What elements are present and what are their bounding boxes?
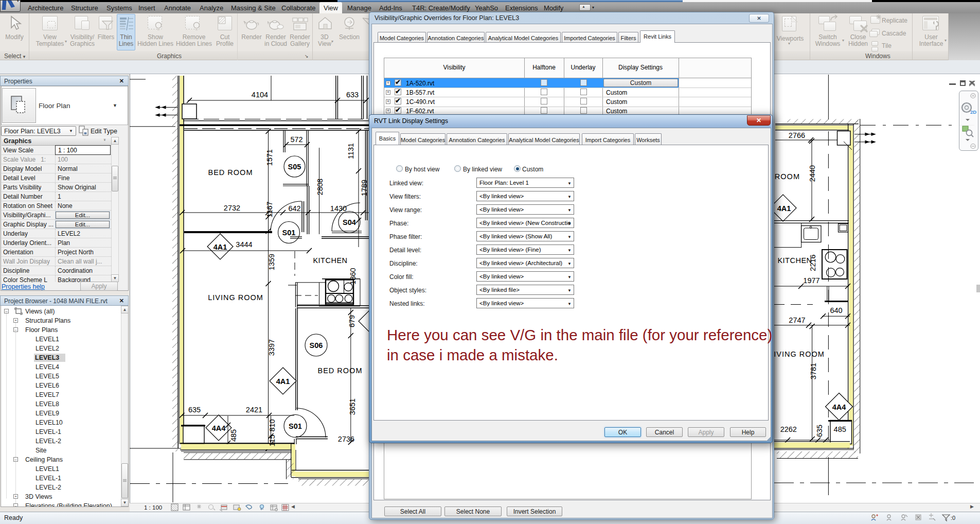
- svg-text:2808: 2808: [316, 179, 324, 195]
- svg-text:LIVING ROOM: LIVING ROOM: [208, 293, 263, 302]
- svg-text:679: 679: [348, 315, 356, 327]
- svg-text:485: 485: [229, 429, 238, 442]
- svg-text:4A1: 4A1: [213, 243, 227, 251]
- svg-text:4104: 4104: [252, 91, 268, 99]
- svg-text:642: 642: [288, 204, 300, 213]
- svg-text:3781: 3781: [809, 363, 817, 379]
- svg-text:485: 485: [834, 425, 846, 433]
- svg-text:3444: 3444: [236, 240, 252, 249]
- svg-text:1860: 1860: [349, 268, 357, 284]
- svg-text:1789: 1789: [360, 180, 368, 196]
- svg-text:2736: 2736: [338, 435, 354, 443]
- svg-text:1359: 1359: [268, 254, 276, 270]
- svg-text:KITCHEN: KITCHEN: [313, 256, 347, 265]
- svg-text:BED ROOM: BED ROOM: [208, 168, 253, 177]
- svg-text:KITCHEN: KITCHEN: [777, 256, 812, 265]
- svg-text:1571: 1571: [265, 149, 274, 166]
- svg-text:635: 635: [188, 406, 201, 414]
- svg-text:S04: S04: [343, 218, 356, 226]
- svg-text:S01: S01: [282, 229, 296, 237]
- svg-text:S05: S05: [288, 163, 301, 171]
- svg-text:S06: S06: [310, 341, 323, 350]
- svg-text:2216: 2216: [809, 254, 817, 271]
- svg-text:1430: 1430: [330, 204, 347, 213]
- svg-text:S01: S01: [289, 422, 302, 430]
- svg-text:4A1: 4A1: [777, 204, 791, 213]
- svg-text:2421: 2421: [246, 406, 262, 414]
- svg-text:4A1: 4A1: [276, 377, 290, 386]
- svg-text:3397: 3397: [268, 339, 276, 356]
- svg-text:BED ROOM: BED ROOM: [318, 366, 363, 375]
- svg-text:633: 633: [346, 91, 359, 99]
- svg-text:572: 572: [290, 135, 302, 144]
- svg-text::0: :0: [951, 515, 955, 521]
- svg-text:810: 810: [268, 419, 276, 431]
- svg-text:2D: 2D: [970, 109, 976, 115]
- svg-text:2747: 2747: [789, 316, 805, 324]
- svg-text:1131: 1131: [347, 143, 355, 159]
- svg-text:2732: 2732: [224, 204, 240, 212]
- svg-text:1167: 1167: [265, 201, 274, 217]
- svg-text:2766: 2766: [789, 131, 805, 139]
- svg-text:4A4: 4A4: [212, 424, 226, 432]
- svg-text:115: 115: [268, 434, 276, 446]
- svg-text:640: 640: [830, 306, 842, 315]
- svg-text:4A4: 4A4: [832, 403, 846, 411]
- svg-text:1977: 1977: [803, 276, 819, 285]
- svg-text:2440: 2440: [808, 165, 816, 182]
- svg-text:3651: 3651: [348, 398, 357, 415]
- svg-text:LIVING ROOM: LIVING ROOM: [769, 350, 825, 358]
- svg-text:2262: 2262: [780, 425, 797, 433]
- svg-text:635: 635: [815, 425, 824, 437]
